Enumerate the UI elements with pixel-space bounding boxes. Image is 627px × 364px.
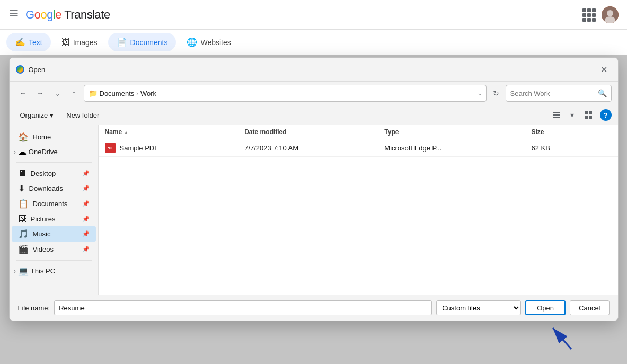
filename-input[interactable] (54, 300, 432, 315)
google-translate-logo: Google Translate (25, 8, 110, 22)
svg-rect-11 (585, 116, 588, 119)
text-tab-icon: ✍ (15, 37, 25, 47)
sidebar-item-music[interactable]: 🎵 Music 📌 (12, 226, 96, 242)
sidebar-group-onedrive[interactable]: › ☁ OneDrive (10, 145, 98, 159)
svg-rect-10 (589, 111, 592, 114)
sidebar-downloads-label: Downloads (29, 184, 63, 192)
sidebar-desktop-label: Desktop (31, 170, 56, 177)
desktop-icon: 🖥 (18, 168, 27, 178)
svg-rect-6 (553, 112, 560, 113)
col-header-name[interactable]: Name ▲ (99, 125, 239, 139)
nav-forward-button[interactable]: → (33, 86, 48, 101)
cancel-button[interactable]: Cancel (570, 300, 609, 315)
organize-chevron-icon: ▾ (50, 111, 54, 119)
dialog-toolbar: Organize ▾ New folder ▾ (10, 105, 618, 125)
breadcrumb-work[interactable]: Work (140, 90, 156, 97)
sidebar-pictures-label: Pictures (31, 215, 56, 223)
documents-tab-icon: 📄 (117, 37, 127, 47)
avatar[interactable] (602, 6, 619, 23)
dialog-chrome-icon (16, 65, 24, 74)
tab-documents-label: Documents (130, 38, 168, 47)
tab-documents[interactable]: 📄 Documents (108, 33, 176, 51)
sidebar-item-videos[interactable]: 🎬 Videos 📌 (12, 242, 96, 257)
breadcrumb-documents[interactable]: Documents (100, 90, 135, 97)
sidebar-item-documents[interactable]: 📋 Documents 📌 (12, 196, 96, 211)
filename-label: File name: (18, 304, 50, 312)
sidebar-item-home[interactable]: 🏠 Home (12, 129, 96, 145)
music-icon: 🎵 (18, 229, 29, 239)
sidebar-group-thispc[interactable]: › 💻 This PC (10, 264, 98, 278)
svg-point-4 (607, 10, 613, 16)
tab-images[interactable]: 🖼 Images (53, 33, 106, 51)
apps-icon[interactable] (582, 8, 595, 21)
dialog-title: Open (29, 66, 46, 74)
file-size: 62 KB (525, 139, 591, 157)
svg-rect-9 (585, 111, 588, 114)
col-header-size[interactable]: Size (525, 125, 591, 139)
sidebar-item-downloads[interactable]: ⬇ Downloads 📌 (12, 181, 96, 196)
search-icon: 🔍 (598, 89, 607, 97)
app-header: Google Translate (0, 0, 627, 30)
pictures-pin-icon: 📌 (82, 216, 90, 223)
breadcrumb-path: Documents › Work (100, 90, 157, 97)
col-header-extra (591, 125, 617, 139)
new-folder-button[interactable]: New folder (62, 109, 103, 121)
help-button[interactable]: ? (600, 109, 612, 121)
svg-rect-1 (10, 13, 18, 14)
search-input[interactable] (510, 90, 596, 97)
svg-rect-2 (10, 15, 18, 16)
sidebar-documents-label: Documents (33, 200, 68, 208)
svg-rect-8 (553, 117, 560, 118)
pictures-icon: 🖼 (18, 214, 27, 224)
hamburger-menu-icon[interactable] (8, 8, 19, 21)
view-tiles-button[interactable] (581, 108, 596, 122)
files-table: Name ▲ Date modified Type Size (99, 125, 618, 157)
file-name-cell: PDF Sample PDF (99, 139, 239, 157)
thispc-expand-icon: › (14, 267, 16, 275)
sidebar-onedrive-label: OneDrive (29, 148, 58, 156)
table-row[interactable]: PDF Sample PDF 7/7/2023 7:10 AM Microsof… (99, 139, 618, 157)
onedrive-expand-icon: › (14, 148, 16, 156)
view-chevron-button[interactable]: ▾ (565, 108, 580, 122)
sidebar-item-desktop[interactable]: 🖥 Desktop 📌 (12, 166, 96, 181)
downloads-pin-icon: 📌 (82, 185, 90, 192)
dialog-overlay: Open ✕ ← → ⌵ ↑ 📁 Documents › Work ⌵ (0, 55, 627, 364)
sidebar-divider-2 (16, 260, 92, 261)
dialog-body: 🏠 Home › ☁ OneDrive 🖥 Desktop 📌 (10, 125, 618, 295)
videos-icon: 🎬 (18, 244, 29, 254)
file-date: 7/7/2023 7:10 AM (238, 139, 378, 157)
col-header-type[interactable]: Type (378, 125, 525, 139)
tab-text[interactable]: ✍ Text (6, 33, 51, 51)
file-name: Sample PDF (120, 144, 159, 152)
dialog-title-left: Open (16, 65, 46, 74)
downloads-icon: ⬇ (18, 183, 25, 193)
music-pin-icon: 📌 (82, 230, 90, 237)
sidebar-item-pictures[interactable]: 🖼 Pictures 📌 (12, 211, 96, 226)
main-content: Open ✕ ← → ⌵ ↑ 📁 Documents › Work ⌵ (0, 55, 627, 364)
sidebar-music-label: Music (33, 230, 51, 238)
open-file-dialog: Open ✕ ← → ⌵ ↑ 📁 Documents › Work ⌵ (9, 57, 619, 321)
dialog-close-button[interactable]: ✕ (597, 62, 612, 77)
filetype-select[interactable]: Custom files (436, 300, 521, 315)
breadcrumb-bar[interactable]: 📁 Documents › Work ⌵ (84, 85, 487, 102)
view-buttons: ▾ (549, 108, 596, 122)
header-left: Google Translate (8, 8, 110, 22)
videos-pin-icon: 📌 (82, 246, 90, 253)
dialog-files-area: Name ▲ Date modified Type Size (99, 125, 618, 295)
open-button[interactable]: Open (525, 300, 566, 315)
col-header-date[interactable]: Date modified (238, 125, 378, 139)
nav-recent-button[interactable]: ⌵ (50, 86, 65, 101)
breadcrumb-separator: › (136, 90, 138, 96)
dialog-titlebar: Open ✕ (10, 58, 618, 82)
nav-refresh-button[interactable]: ↻ (489, 86, 504, 101)
organize-button[interactable]: Organize ▾ (16, 109, 58, 121)
nav-back-button[interactable]: ← (16, 86, 31, 101)
svg-rect-12 (589, 116, 592, 119)
nav-up-button[interactable]: ↑ (67, 86, 82, 101)
view-list-button[interactable] (549, 108, 564, 122)
tab-websites[interactable]: 🌐 Websites (178, 33, 239, 51)
search-bar[interactable]: 🔍 (506, 85, 612, 102)
websites-tab-icon: 🌐 (187, 37, 197, 47)
images-tab-icon: 🖼 (61, 38, 70, 47)
files-table-body: PDF Sample PDF 7/7/2023 7:10 AM Microsof… (99, 139, 618, 157)
